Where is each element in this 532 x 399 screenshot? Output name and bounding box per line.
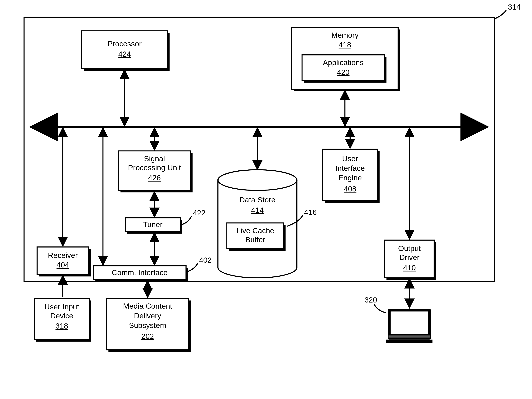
spu-ref: 426	[148, 174, 161, 182]
svg-text:Device: Device	[50, 312, 73, 320]
svg-text:Live Cache: Live Cache	[236, 226, 274, 235]
processor-block: Processor 424	[82, 31, 170, 71]
monitor-icon	[386, 309, 433, 343]
svg-text:Buffer: Buffer	[245, 235, 265, 244]
user-interface-engine-block: User Interface Engine 408	[323, 149, 380, 203]
user-input-device-block: User Input Device 318	[34, 299, 91, 342]
memory-label: Memory	[331, 31, 359, 39]
datastore-ref: 414	[251, 206, 264, 214]
svg-text:Delivery: Delivery	[134, 312, 161, 320]
svg-text:Engine: Engine	[338, 174, 362, 182]
tuner-ref: 422	[193, 208, 206, 217]
svg-rect-42	[388, 336, 430, 337]
receiver-block: Receiver 404	[37, 247, 90, 276]
processor-label: Processor	[108, 39, 142, 48]
memory-block: Memory 418 Applications 420	[292, 27, 400, 91]
applications-label: Applications	[323, 58, 363, 67]
media-content-delivery-subsystem-block: Media Content Delivery Subsystem 202	[106, 299, 191, 352]
applications-ref: 420	[337, 68, 350, 76]
tuner-block: Tuner	[125, 218, 182, 234]
svg-rect-43	[386, 340, 433, 343]
receiver-ref: 404	[57, 261, 69, 269]
applications-block: Applications 420	[302, 55, 386, 83]
monitor-ref: 320	[365, 296, 377, 304]
live-cache-buffer-block: Live Cache Buffer	[227, 223, 285, 251]
data-store-block: Data Store 414 Live Cache Buffer	[218, 170, 297, 278]
comm-label: Comm. Interface	[112, 268, 168, 277]
datastore-label: Data Store	[240, 195, 275, 204]
signal-processing-unit-block: Signal Processing Unit 426	[118, 151, 193, 193]
tuner-label: Tuner	[143, 220, 162, 229]
svg-text:Output: Output	[398, 244, 421, 253]
uid-ref: 318	[56, 322, 68, 330]
svg-text:Signal: Signal	[144, 154, 165, 163]
output-driver-block: Output Driver 410	[385, 240, 437, 280]
svg-rect-41	[391, 312, 428, 334]
output-ref: 410	[403, 263, 416, 272]
svg-text:User: User	[342, 154, 358, 163]
mcds-ref: 202	[141, 332, 154, 340]
figure-ref: 314	[508, 3, 521, 11]
diagram-root: 314 Processor 424 Memory 418 Application…	[0, 0, 532, 398]
svg-text:User Input: User Input	[44, 303, 79, 311]
livecache-ref: 416	[304, 208, 317, 216]
comm-interface-block: Comm. Interface	[93, 266, 188, 281]
comm-ref: 402	[199, 256, 212, 264]
receiver-label: Receiver	[48, 251, 78, 259]
uie-ref: 408	[344, 185, 356, 193]
svg-text:Processing Unit: Processing Unit	[128, 163, 181, 172]
svg-text:Interface: Interface	[336, 164, 365, 172]
processor-ref: 424	[118, 50, 131, 58]
svg-text:Media Content: Media Content	[123, 302, 172, 310]
svg-text:Driver: Driver	[399, 253, 419, 262]
svg-point-26	[218, 170, 297, 190]
memory-ref: 418	[339, 40, 351, 49]
svg-text:Subsystem: Subsystem	[129, 321, 166, 330]
